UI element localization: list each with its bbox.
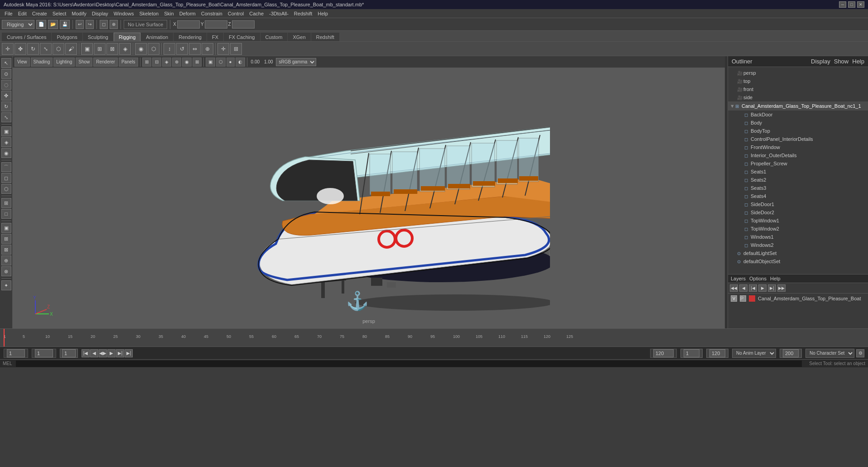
move-tool-btn[interactable]: ✤ [14,43,26,55]
outliner-item-windows1[interactable]: ◻ Windows1 [728,233,868,241]
maximize-button[interactable]: □ [848,1,855,8]
outliner-item-topwindow1[interactable]: ◻ TopWindow1 [728,217,868,225]
vp-icon-3[interactable]: ◈ [162,58,171,67]
timeline[interactable]: 1 5 10 15 20 25 30 35 40 45 50 55 60 65 … [0,328,868,347]
soft-select-btn[interactable]: ◉ [135,43,147,55]
vp-icon-2[interactable]: ⊟ [152,58,161,67]
tab-fx[interactable]: FX [207,33,223,41]
tab-polygons[interactable]: Polygons [52,33,82,41]
tab-redshift[interactable]: Redshift [311,33,339,41]
menu-deform[interactable]: Deform [177,10,198,17]
lasso-side[interactable]: ◌ [1,80,11,90]
close-button[interactable]: ✕ [857,1,864,8]
x-input[interactable] [177,20,200,29]
anchor-btn[interactable]: ⊞ [230,43,242,55]
menu-control[interactable]: Control [225,10,246,17]
undo-button[interactable]: ↩ [76,20,84,29]
box2-side[interactable]: ⊞ [1,234,11,244]
vp-icon-6[interactable]: ⊠ [193,58,202,67]
grid-btn[interactable]: ⊠ [106,43,118,55]
layer-play-btn[interactable]: ▶ [758,284,767,292]
move-side[interactable]: ✤ [1,91,11,101]
save-scene-button[interactable]: 💾 [60,20,70,29]
menu-windows[interactable]: Windows [111,10,137,17]
vp-lighting-menu[interactable]: Lighting [53,58,75,67]
layer-back-btn[interactable]: ◀◀ [730,284,738,292]
menu-select[interactable]: Select [50,10,69,17]
bottom-side[interactable]: ✦ [1,280,11,290]
vp-renderer-menu[interactable]: Renderer [93,58,118,67]
vp-icon-1[interactable]: ⊞ [142,58,151,67]
menu-edit[interactable]: Edit [15,10,29,17]
options-tab[interactable]: Options [749,276,767,281]
scale-btn2[interactable]: ⇔ [189,43,201,55]
snap-side[interactable]: ◈ [1,137,11,147]
start-frame-input[interactable] [35,349,53,357]
outliner-item-frontwindow[interactable]: ◻ FrontWindow [728,143,868,151]
box-side[interactable]: ▣ [1,223,11,233]
paint-select-side[interactable]: ⊙ [1,69,11,79]
vp-panels-menu[interactable]: Panels [119,58,138,67]
outliner-item-sidedoor2[interactable]: ◻ SideDoor2 [728,208,868,217]
tab-fx-caching[interactable]: FX Caching [224,33,260,41]
scale-tool-btn[interactable]: ⤡ [40,43,52,55]
vp-smooth-btn[interactable]: ● [227,58,235,67]
outliner-item-body[interactable]: ◻ Body [728,119,868,127]
tab-rendering[interactable]: Rendering [174,33,207,41]
polygon-side[interactable]: ⬡ [1,184,11,194]
step-forward-btn[interactable]: ▶| [116,349,124,357]
box4-side[interactable]: ⊕ [1,255,11,265]
soft-side[interactable]: ◉ [1,148,11,158]
play-back-btn[interactable]: ◀▶ [99,349,107,357]
transform-btn[interactable]: ⊕ [202,43,213,55]
layer-end-input[interactable] [709,349,725,357]
layers-help-tab[interactable]: Help [770,276,781,281]
end-frame-input[interactable] [653,349,674,357]
outliner-item-seats4[interactable]: ◻ Seats4 [728,192,868,200]
box5-side[interactable]: ⊗ [1,266,11,276]
outliner-item-windows2[interactable]: ◻ Windows2 [728,241,868,249]
vp-icon-4[interactable]: ⊕ [172,58,181,67]
layer-v-button[interactable]: V [731,295,737,302]
surface-side[interactable]: ◻ [1,173,11,183]
move-btn2[interactable]: ↕ [164,43,175,55]
menu-constrain[interactable]: Constrain [198,10,225,17]
outliner-item-defaultobjectset[interactable]: ⊙ defaultObjectSet [728,257,868,265]
layer-step-prev-btn[interactable]: |◀ [749,284,757,292]
current-frame-input[interactable] [7,349,25,357]
outliner-item-defaultlightset[interactable]: ⊙ defaultLightSet [728,249,868,257]
vp-show-menu[interactable]: Show [76,58,92,67]
vp-wire-btn[interactable]: ⬡ [216,58,226,67]
paint-tool-btn[interactable]: 🖌 [65,43,77,55]
snap-button[interactable]: ⊕ [110,20,118,29]
menu-display[interactable]: Display [89,10,111,17]
outliner-item-interior[interactable]: ◻ Interior_OuterDetails [728,151,868,159]
outliner-item-topwindow2[interactable]: ◻ TopWindow2 [728,225,868,233]
new-scene-button[interactable]: 📄 [36,20,46,29]
layer-p-button[interactable]: P [740,295,746,302]
vp-view-menu[interactable]: View [14,58,30,67]
outliner-item-controlpanel[interactable]: ◻ ControlPanel_InteriorDetails [728,135,868,143]
menu-3dtoall[interactable]: -3DtoAll- [266,10,291,17]
box3-side[interactable]: ⊠ [1,245,11,255]
tab-xgen[interactable]: XGen [288,33,310,41]
layer-prev-btn[interactable]: ◀ [739,284,747,292]
rotate-side[interactable]: ↻ [1,101,11,111]
layer-next-btn[interactable]: ▶▶ [777,284,786,292]
snap-grid-btn[interactable]: ◈ [119,43,131,55]
layer-side[interactable]: ⊞ [1,198,11,208]
outliner-item-persp[interactable]: 🎥 persp [728,69,868,77]
curve-side[interactable]: ⌒ [1,162,11,172]
grid-side[interactable]: ▣ [1,126,11,136]
tab-animation[interactable]: Animation [141,33,173,41]
gamma-selector[interactable]: sRGB gamma [276,58,316,66]
layer-color-swatch[interactable] [749,295,755,302]
playback-end-input[interactable] [684,349,699,357]
vp-shading-menu[interactable]: Shading [31,58,53,67]
lasso-tool-btn[interactable]: ⬡ [53,43,64,55]
outliner-item-top[interactable]: 🎥 top [728,77,868,85]
layers-tab[interactable]: Layers [731,276,746,281]
symmetry-btn[interactable]: ⬡ [148,43,159,55]
char-set-btn[interactable]: ⚙ [856,349,864,357]
rotate-btn2[interactable]: ↺ [176,43,188,55]
